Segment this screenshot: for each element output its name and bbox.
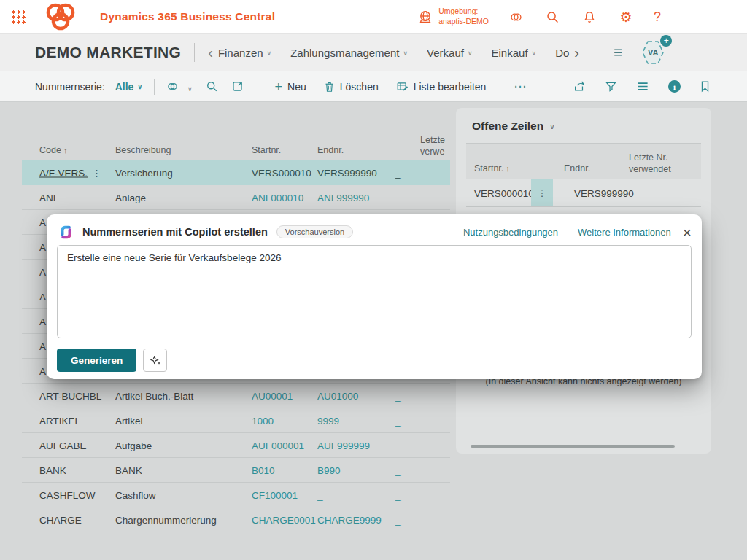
cell-endnr[interactable]: 9999 bbox=[317, 415, 339, 426]
notifications-bell-icon[interactable] bbox=[581, 8, 598, 26]
code-link[interactable]: A/F-VERS. bbox=[39, 167, 88, 178]
cell-endnr[interactable]: ANL999990 bbox=[317, 192, 369, 203]
settings-gear-icon[interactable]: ⚙ bbox=[617, 8, 635, 26]
column-header-beschreibung[interactable]: Beschreibung bbox=[115, 145, 171, 155]
table-row[interactable]: ART-BUCHBL Artikel Buch.-Blatt AU00001 A… bbox=[22, 384, 450, 408]
cell-startnr[interactable]: CHARGE0001 bbox=[252, 514, 316, 525]
cell-startnr[interactable]: CF100001 bbox=[252, 489, 298, 500]
cell-code[interactable]: A bbox=[39, 291, 46, 302]
cell-startnr[interactable]: AU00001 bbox=[252, 390, 293, 401]
cell-endnr[interactable]: VERS999990 bbox=[574, 187, 634, 198]
view-filter-dropdown[interactable]: Alle bbox=[115, 81, 142, 93]
terms-link[interactable]: Nutzungsbedingungen bbox=[463, 227, 558, 238]
company-name[interactable]: DEMO MARKETING bbox=[35, 44, 181, 61]
cell-code[interactable]: ART-BUCHBL bbox=[39, 390, 101, 401]
cell-code[interactable]: AUFGABE bbox=[39, 440, 87, 451]
table-row[interactable]: ANL Anlage ANL000010 ANL999990 _ bbox=[22, 185, 450, 210]
cell-endnr[interactable]: AUF999999 bbox=[317, 440, 370, 451]
table-row[interactable]: ARTIKEL Artikel 1000 9999 _ bbox=[22, 408, 450, 433]
analyze-button[interactable] bbox=[231, 80, 244, 93]
sort-ascending-icon: ↑ bbox=[63, 146, 68, 155]
environment-picker[interactable]: Umgebung: anaptis-DEMO bbox=[417, 7, 489, 26]
copilot-icon[interactable] bbox=[508, 8, 525, 26]
column-header-startnr[interactable]: Startnr.↑ bbox=[474, 163, 510, 174]
table-row[interactable]: BANK BANK B010 B990 _ bbox=[22, 458, 450, 483]
table-row[interactable]: CHARGE Chargennummerierung CHARGE0001 CH… bbox=[22, 508, 450, 532]
column-header-endnr[interactable]: Endnr. bbox=[564, 163, 590, 174]
help-icon[interactable]: ? bbox=[654, 9, 661, 25]
row-menu-icon[interactable] bbox=[92, 167, 101, 178]
column-header-startnr[interactable]: Startnr. bbox=[252, 145, 281, 155]
cell-endnr[interactable]: CHARGE9999 bbox=[317, 514, 382, 525]
avatar[interactable]: VA bbox=[638, 38, 669, 67]
cell-code[interactable]: A bbox=[39, 217, 46, 228]
table-row[interactable]: A/F-VERS. Versicherung VERS000010 VERS99… bbox=[22, 160, 450, 185]
prompt-guide-button[interactable] bbox=[143, 349, 167, 372]
edit-list-button[interactable]: Liste bearbeiten bbox=[396, 81, 487, 93]
cell-code[interactable]: ANL bbox=[39, 192, 58, 203]
menu-hamburger-icon[interactable]: ≡ bbox=[614, 44, 622, 61]
info-icon[interactable] bbox=[668, 80, 681, 93]
cell-letzte: _ bbox=[395, 464, 401, 475]
cell-code[interactable]: A bbox=[39, 241, 46, 252]
cell-code[interactable]: A bbox=[39, 266, 46, 277]
page-caption: Nummernserie: bbox=[35, 81, 105, 93]
cell-letzte: _ bbox=[395, 167, 401, 178]
environment-text: Umgebung: anaptis-DEMO bbox=[438, 7, 489, 26]
cell-code[interactable]: CASHFLOW bbox=[39, 489, 96, 500]
choose-columns-icon[interactable] bbox=[636, 81, 649, 92]
cell-startnr[interactable]: 1000 bbox=[252, 415, 274, 426]
app-launcher-icon[interactable] bbox=[11, 9, 26, 24]
cell-code[interactable]: ARTIKEL bbox=[39, 415, 80, 426]
factbox-title[interactable]: Offene Zeilen bbox=[472, 120, 555, 133]
horizontal-scrollbar[interactable] bbox=[471, 445, 675, 448]
cell-endnr[interactable]: AU01000 bbox=[317, 390, 358, 401]
cell-startnr[interactable]: AUF000001 bbox=[252, 440, 304, 451]
cell-code[interactable]: BANK bbox=[39, 464, 66, 475]
delete-button[interactable]: Löschen bbox=[324, 81, 379, 93]
cell-code[interactable]: CHARGE bbox=[39, 514, 82, 525]
cell-description: BANK bbox=[115, 464, 142, 475]
cell-endnr[interactable]: _ bbox=[317, 489, 323, 500]
cell-letzte: _ bbox=[395, 192, 401, 203]
copilot-menu-button[interactable] bbox=[166, 80, 193, 93]
cell-letzte: _ bbox=[395, 489, 401, 500]
search-icon[interactable] bbox=[544, 8, 562, 26]
cell-endnr[interactable]: VERS999990 bbox=[317, 167, 377, 178]
dialog-title: Nummernserien mit Copilot erstellen bbox=[82, 226, 268, 238]
nav-item-verkauf[interactable]: Verkauf bbox=[427, 47, 472, 59]
table-row[interactable]: CASHFLOW Cashflow CF100001 _ _ bbox=[22, 483, 450, 508]
more-options-icon[interactable] bbox=[514, 79, 527, 94]
prompt-input[interactable]: Erstelle eine neue Serie für Verkaufsbel… bbox=[57, 245, 692, 338]
nav-item-more[interactable]: Do bbox=[555, 44, 579, 61]
copilot-dialog: Nummernserien mit Copilot erstellen Vors… bbox=[47, 214, 702, 379]
new-button[interactable]: + Neu bbox=[275, 80, 306, 93]
table-row[interactable]: AUFGABE Aufgabe AUF000001 AUF999999 _ bbox=[22, 433, 450, 458]
nav-item-finanzen[interactable]: Finanzen bbox=[208, 44, 271, 61]
share-icon[interactable] bbox=[573, 80, 586, 93]
cell-startnr[interactable]: ANL000010 bbox=[252, 192, 303, 203]
cell-endnr[interactable]: B990 bbox=[317, 464, 341, 475]
generate-button[interactable]: Generieren bbox=[57, 349, 136, 372]
filter-icon[interactable] bbox=[605, 80, 617, 93]
more-info-link[interactable]: Weitere Informationen bbox=[578, 227, 671, 238]
column-header-letzte[interactable]: Letzte verwe bbox=[420, 135, 449, 157]
column-header-code[interactable]: Code↑ bbox=[39, 145, 67, 155]
cell-startnr[interactable]: VERS000010 bbox=[252, 167, 311, 178]
cell-startnr[interactable]: B010 bbox=[252, 464, 275, 475]
nav-item-einkauf[interactable]: Einkauf bbox=[492, 47, 537, 59]
row-menu-icon[interactable] bbox=[531, 179, 553, 206]
search-list-button[interactable] bbox=[206, 80, 218, 93]
factbox-row[interactable]: VERS000010 VERS999990 bbox=[466, 179, 701, 207]
bookmark-icon[interactable] bbox=[700, 80, 711, 93]
close-icon[interactable] bbox=[683, 225, 692, 240]
cell-startnr[interactable]: VERS000010 bbox=[474, 187, 534, 198]
column-header-letzte-nr[interactable]: Letzte Nr. verwendet bbox=[629, 152, 687, 176]
column-header-endnr[interactable]: Endnr. bbox=[317, 145, 344, 155]
nav-item-zahlungsmanagement[interactable]: Zahlungsmanagement bbox=[290, 47, 408, 59]
cell-code[interactable]: A bbox=[39, 316, 46, 327]
cell-code[interactable]: A bbox=[39, 341, 46, 351]
cell-code[interactable]: A bbox=[39, 365, 46, 376]
divider bbox=[194, 43, 195, 62]
copilot-logo-icon bbox=[58, 225, 74, 240]
